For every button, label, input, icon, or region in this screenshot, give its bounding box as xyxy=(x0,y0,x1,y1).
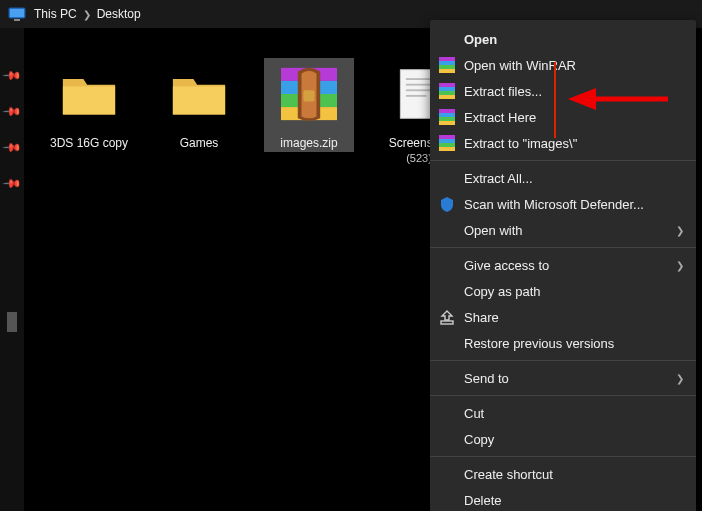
file-sublabel: (523) xyxy=(406,152,432,164)
context-item-share[interactable]: Share xyxy=(430,304,696,330)
chevron-right-icon: ❯ xyxy=(83,9,91,20)
breadcrumb-folder[interactable]: Desktop xyxy=(97,7,141,21)
context-item-create-shortcut[interactable]: Create shortcut xyxy=(430,461,696,487)
context-item-cut[interactable]: Cut xyxy=(430,400,696,426)
context-item-label: Copy xyxy=(464,432,494,447)
context-item-label: Give access to xyxy=(464,258,549,273)
pin-icon[interactable]: 📌 xyxy=(2,137,23,158)
context-item-label: Open with WinRAR xyxy=(464,58,576,73)
context-item-scan-with-microsoft-defender[interactable]: Scan with Microsoft Defender... xyxy=(430,191,696,217)
context-item-label: Extract to "images\" xyxy=(464,136,577,151)
svg-rect-2 xyxy=(14,19,20,21)
context-separator xyxy=(430,456,696,457)
rar-icon xyxy=(438,134,456,152)
file-item-3ds-16g-copy[interactable]: 3DS 16G copy xyxy=(44,58,134,152)
chevron-right-icon: ❯ xyxy=(676,373,684,384)
pin-icon[interactable]: 📌 xyxy=(2,173,23,194)
annotation-highlight-line xyxy=(554,62,556,138)
rar-icon xyxy=(438,108,456,126)
context-separator xyxy=(430,247,696,248)
context-item-label: Create shortcut xyxy=(464,467,553,482)
context-item-label: Cut xyxy=(464,406,484,421)
file-item-games[interactable]: Games xyxy=(154,58,244,152)
pin-icon[interactable]: 📌 xyxy=(2,65,23,86)
file-label: Games xyxy=(180,136,219,152)
context-item-label: Open with xyxy=(464,223,523,238)
context-item-give-access-to[interactable]: Give access to❯ xyxy=(430,252,696,278)
context-item-extract-to-images[interactable]: Extract to "images\" xyxy=(430,130,696,156)
svg-marker-4 xyxy=(568,88,596,110)
rar-icon xyxy=(438,56,456,74)
svg-rect-1 xyxy=(10,9,24,17)
nav-selection-indicator xyxy=(7,312,17,332)
quick-access-bar: 📌 📌 📌 📌 xyxy=(0,28,24,511)
context-item-open-with[interactable]: Open with❯ xyxy=(430,217,696,243)
pc-icon xyxy=(8,7,26,21)
zip-icon xyxy=(269,58,349,130)
context-item-label: Extract All... xyxy=(464,171,533,186)
context-separator xyxy=(430,395,696,396)
context-item-label: Copy as path xyxy=(464,284,541,299)
context-item-restore-previous-versions[interactable]: Restore previous versions xyxy=(430,330,696,356)
file-label: 3DS 16G copy xyxy=(50,136,128,152)
context-item-label: Send to xyxy=(464,371,509,386)
folder-icon xyxy=(159,58,239,130)
context-item-label: Share xyxy=(464,310,499,325)
context-separator xyxy=(430,360,696,361)
share-icon xyxy=(438,308,456,326)
file-item-images-zip[interactable]: images.zip xyxy=(264,58,354,152)
rar-icon xyxy=(438,82,456,100)
chevron-right-icon: ❯ xyxy=(676,260,684,271)
file-label: images.zip xyxy=(280,136,337,152)
context-item-extract-all[interactable]: Extract All... xyxy=(430,165,696,191)
context-item-send-to[interactable]: Send to❯ xyxy=(430,365,696,391)
context-item-label: Delete xyxy=(464,493,502,508)
pin-icon[interactable]: 📌 xyxy=(2,101,23,122)
annotation-arrow xyxy=(568,84,668,114)
defender-icon xyxy=(438,195,456,213)
context-item-open[interactable]: Open xyxy=(430,26,696,52)
context-separator xyxy=(430,160,696,161)
context-item-copy-as-path[interactable]: Copy as path xyxy=(430,278,696,304)
context-item-delete[interactable]: Delete xyxy=(430,487,696,511)
chevron-right-icon: ❯ xyxy=(676,225,684,236)
context-item-open-with-winrar[interactable]: Open with WinRAR xyxy=(430,52,696,78)
context-item-label: Scan with Microsoft Defender... xyxy=(464,197,644,212)
folder-icon xyxy=(49,58,129,130)
context-item-copy[interactable]: Copy xyxy=(430,426,696,452)
context-item-label: Extract files... xyxy=(464,84,542,99)
context-item-label: Extract Here xyxy=(464,110,536,125)
context-item-label: Restore previous versions xyxy=(464,336,614,351)
breadcrumb-root[interactable]: This PC xyxy=(34,7,77,21)
context-item-label: Open xyxy=(464,32,497,47)
